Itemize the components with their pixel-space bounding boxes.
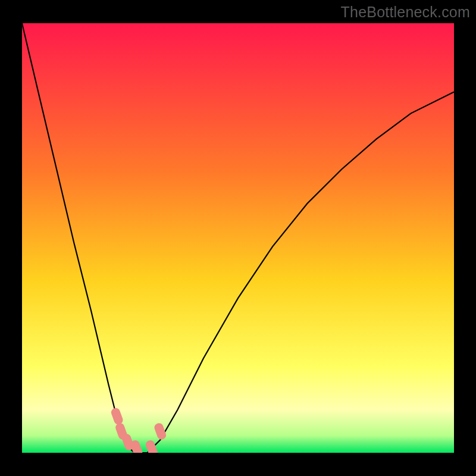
chart-frame: TheBottleneck.com [0, 0, 476, 476]
gradient-bg [22, 23, 454, 453]
bottleneck-plot [22, 23, 454, 453]
watermark-text: TheBottleneck.com [341, 4, 470, 21]
